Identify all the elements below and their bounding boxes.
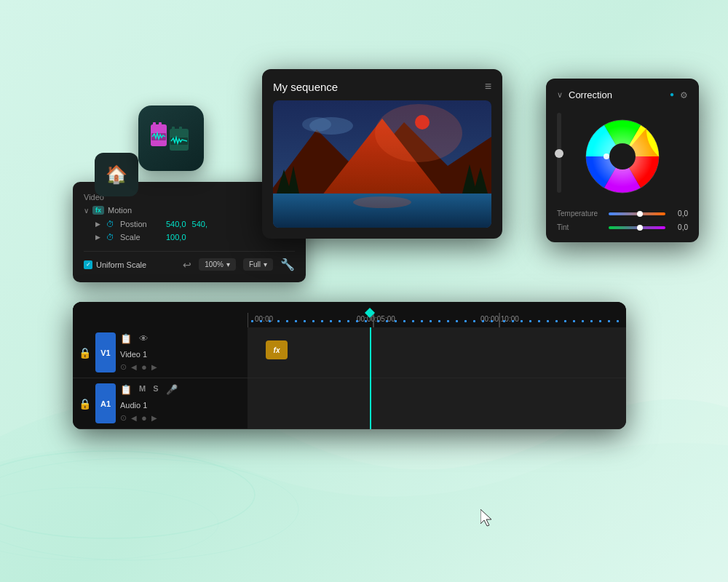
audio-track-label: A1	[95, 383, 116, 423]
video-btn-4[interactable]: ▶	[151, 363, 157, 371]
undo-icon[interactable]: ↩	[183, 259, 191, 271]
home-card[interactable]: 🏠	[95, 153, 138, 196]
tint-label: Tint	[557, 223, 604, 231]
quality-chevron: ▾	[264, 260, 267, 268]
temperature-slider[interactable]	[609, 212, 665, 215]
svg-point-21	[353, 196, 411, 208]
position-label: Postion	[120, 220, 160, 228]
color-wheel[interactable]	[581, 115, 665, 199]
fx-badge: fx	[92, 206, 104, 215]
svg-rect-35	[251, 320, 253, 322]
svg-rect-68	[547, 320, 549, 322]
correction-icons: ● ⚙	[670, 90, 688, 100]
svg-rect-39	[286, 320, 288, 322]
brightness-slider-track[interactable]	[557, 113, 561, 193]
svg-rect-13	[179, 147, 182, 151]
tint-thumb	[637, 225, 643, 231]
svg-rect-7	[159, 143, 162, 146]
svg-rect-63	[503, 320, 505, 322]
svg-rect-60	[473, 320, 475, 322]
svg-point-18	[375, 104, 462, 162]
svg-point-27	[302, 117, 331, 132]
audio-mic-icon[interactable]: 🎤	[166, 384, 178, 395]
tint-slider[interactable]	[609, 226, 665, 229]
video-btn-3[interactable]: ●	[141, 362, 147, 372]
checkmark: ✓	[86, 261, 91, 268]
svg-rect-71	[573, 320, 575, 322]
svg-rect-52	[403, 320, 405, 322]
svg-rect-57	[447, 320, 449, 322]
temperature-thumb	[637, 211, 643, 217]
media-card[interactable]	[138, 105, 204, 171]
video-track-name: Video 1	[120, 350, 242, 359]
svg-rect-74	[599, 320, 601, 322]
svg-rect-4	[153, 122, 156, 126]
svg-rect-75	[608, 320, 610, 322]
audio-track-header: 🔒 A1 📋 M S 🎤 Audio 1 ⊙ ◀ ● ▶	[73, 378, 248, 428]
audio-m-btn[interactable]: M	[139, 384, 146, 395]
audio-track-name: Audio 1	[120, 401, 242, 410]
video-track-header: 🔒 V1 📋 👁 Video 1 ⊙ ◀ ● ▶	[73, 327, 248, 378]
correction-circle-icon[interactable]: ●	[670, 90, 674, 100]
temperature-value: 0,0	[670, 210, 688, 218]
audio-btn-2[interactable]: ◀	[131, 414, 137, 422]
clock-icon-position: ⏱	[106, 220, 114, 228]
zoom-dropdown[interactable]: 100% ▾	[199, 258, 236, 271]
tint-value: 0,0	[670, 223, 688, 231]
correction-settings-icon[interactable]: ⚙	[680, 90, 688, 100]
scale-label: Scale	[120, 233, 160, 242]
svg-rect-67	[538, 320, 540, 322]
svg-rect-42	[312, 320, 314, 322]
video-eye-icon[interactable]: 👁	[139, 333, 149, 344]
fx-clip-badge: fx	[266, 340, 288, 359]
svg-rect-47	[356, 320, 358, 322]
timeline-panel: 00:00 00:00:05:00 00:00:10:00	[73, 302, 626, 429]
uniform-scale-checkbox[interactable]: ✓ Uniform Scale	[84, 260, 146, 269]
svg-rect-6	[153, 143, 156, 146]
correction-panel: ∨ Correction ● ⚙	[546, 79, 699, 242]
audio-s-btn[interactable]: S	[153, 384, 158, 395]
preview-menu-icon[interactable]: ≡	[485, 80, 491, 93]
svg-rect-76	[617, 320, 619, 322]
audio-btn-3[interactable]: ●	[141, 412, 147, 423]
audio-track-controls: 📋 M S 🎤 Audio 1 ⊙ ◀ ● ▶	[120, 384, 242, 423]
video-track-buttons: ⊙ ◀ ● ▶	[120, 362, 242, 372]
svg-rect-46	[347, 320, 349, 322]
video-lock-icon[interactable]: 🔒	[79, 347, 91, 359]
video-track-id: V1	[100, 348, 110, 357]
video-clip-icon[interactable]: 📋	[120, 333, 132, 344]
svg-rect-12	[172, 147, 175, 151]
svg-rect-58	[456, 320, 458, 322]
temperature-row: Temperature 0,0	[557, 210, 688, 218]
film-media-icon	[149, 119, 193, 159]
video-btn-2[interactable]: ◀	[131, 363, 137, 371]
video-top-buttons: 📋 👁	[120, 333, 242, 344]
svg-rect-43	[321, 320, 323, 322]
svg-point-19	[415, 115, 430, 129]
audio-btn-1[interactable]: ⊙	[120, 413, 127, 423]
mouse-cursor	[480, 509, 495, 527]
position-arrow: ▶	[95, 220, 100, 228]
video-btn-1[interactable]: ⊙	[120, 362, 127, 372]
svg-rect-36	[260, 320, 262, 322]
zoom-chevron: ▾	[226, 260, 230, 268]
audio-clip-icon[interactable]: 📋	[120, 384, 132, 395]
preview-title: My sequence	[273, 81, 338, 93]
correction-header: ∨ Correction ● ⚙	[557, 89, 688, 100]
fx-arrow: ∨	[84, 207, 89, 215]
tick-marks	[248, 302, 626, 327]
audio-btn-4[interactable]: ▶	[151, 414, 157, 422]
svg-rect-62	[491, 320, 493, 322]
brightness-slider-thumb	[555, 149, 563, 158]
svg-rect-5	[159, 122, 162, 126]
correction-chevron: ∨	[557, 90, 563, 100]
quality-dropdown[interactable]: Full ▾	[243, 258, 273, 271]
svg-rect-10	[172, 127, 175, 130]
position-value1: 540,0	[166, 220, 186, 228]
wrench-icon[interactable]: 🔧	[280, 258, 295, 271]
audio-lock-icon[interactable]: 🔒	[79, 398, 91, 410]
svg-point-2	[0, 487, 218, 560]
svg-rect-40	[295, 320, 297, 322]
svg-rect-61	[482, 320, 484, 322]
svg-rect-59	[464, 320, 467, 322]
